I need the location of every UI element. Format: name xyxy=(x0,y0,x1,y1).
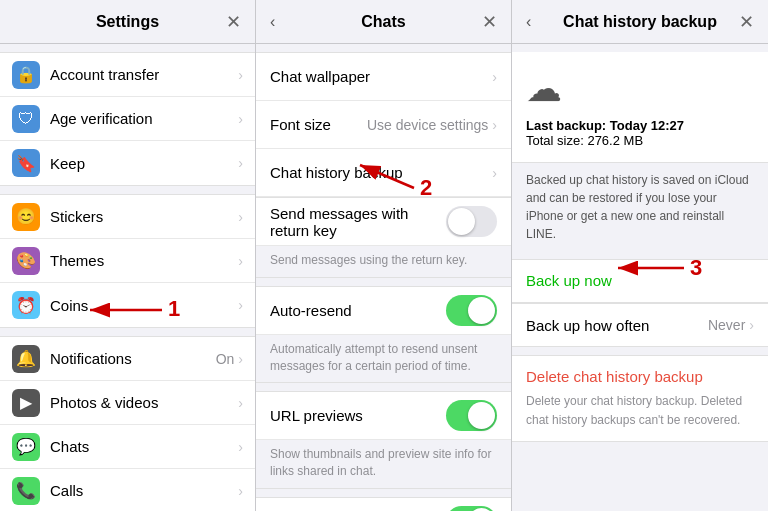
chats-title: Chats xyxy=(361,13,405,31)
send-messages-toggle-knob xyxy=(448,208,475,235)
send-messages-toggle[interactable] xyxy=(446,206,497,237)
backup-how-often-chevron: › xyxy=(749,317,754,333)
url-previews-toggle-knob xyxy=(468,402,495,429)
backup-how-often-item[interactable]: Back up how often Never › xyxy=(512,303,768,347)
chat-history-backup-label: Chat history backup xyxy=(270,164,492,181)
backup-close-button[interactable]: ✕ xyxy=(735,7,758,37)
calls-chevron: › xyxy=(238,483,243,499)
backup-back-button[interactable]: ‹ xyxy=(522,9,535,35)
url-previews-toggle[interactable] xyxy=(446,400,497,431)
chats-group-5: Sticker previews View an enlarged previe… xyxy=(256,497,511,511)
font-size-chevron: › xyxy=(492,117,497,133)
age-verification-chevron: › xyxy=(238,111,243,127)
sidebar-item-stickers[interactable]: 😊 Stickers › xyxy=(0,195,255,239)
chats-list: Chat wallpaper › Font size Use device se… xyxy=(256,44,511,511)
keep-icon: 🔖 xyxy=(12,149,40,177)
backup-content: ☁ Last backup: Today 12:27 Total size: 2… xyxy=(512,44,768,511)
send-messages-item[interactable]: Send messages with return key xyxy=(256,198,511,246)
chat-wallpaper-item[interactable]: Chat wallpaper › xyxy=(256,53,511,101)
url-previews-sublabel: Show thumbnails and preview site info fo… xyxy=(256,440,511,488)
sidebar-item-calls[interactable]: 📞 Calls › xyxy=(0,469,255,511)
auto-resend-item[interactable]: Auto-resend xyxy=(256,287,511,335)
backup-total-size: Total size: 276.2 MB xyxy=(526,133,643,148)
coins-label: Coins xyxy=(50,297,238,314)
account-transfer-chevron: › xyxy=(238,67,243,83)
chats-group-2: Send messages with return key Send messa… xyxy=(256,198,511,278)
font-size-label: Font size xyxy=(270,116,367,133)
chat-history-backup-item[interactable]: Chat history backup › xyxy=(256,149,511,197)
delete-backup-button[interactable]: Delete chat history backup xyxy=(526,368,754,385)
chat-wallpaper-label: Chat wallpaper xyxy=(270,68,492,85)
sidebar-item-coins[interactable]: ⏰ Coins › xyxy=(0,283,255,327)
notifications-icon: 🔔 xyxy=(12,345,40,373)
url-previews-item[interactable]: URL previews xyxy=(256,392,511,440)
backup-title: Chat history backup xyxy=(563,13,717,31)
backup-last-backup: Last backup: Today 12:27 xyxy=(526,118,684,133)
font-size-item[interactable]: Font size Use device settings › xyxy=(256,101,511,149)
settings-group-1: 🔒 Account transfer › 🛡 Age verification … xyxy=(0,52,255,186)
cloud-icon: ☁ xyxy=(526,68,562,110)
chats-icon: 💬 xyxy=(12,433,40,461)
stickers-chevron: › xyxy=(238,209,243,225)
calls-icon: 📞 xyxy=(12,477,40,505)
sidebar-item-photos-videos[interactable]: ▶ Photos & videos › xyxy=(0,381,255,425)
photos-videos-icon: ▶ xyxy=(12,389,40,417)
sidebar-item-account-transfer[interactable]: 🔒 Account transfer › xyxy=(0,53,255,97)
font-size-value: Use device settings xyxy=(367,117,488,133)
settings-title: Settings xyxy=(96,13,159,31)
sidebar-item-notifications[interactable]: 🔔 Notifications On › xyxy=(0,337,255,381)
backup-how-often-value: Never xyxy=(708,317,745,333)
delete-backup-desc: Delete your chat history backup. Deleted… xyxy=(526,394,742,427)
settings-list: 🔒 Account transfer › 🛡 Age verification … xyxy=(0,44,255,511)
auto-resend-toggle-knob xyxy=(468,297,495,324)
age-verification-label: Age verification xyxy=(50,110,238,127)
settings-group-2: 😊 Stickers › 🎨 Themes › ⏰ Coins › xyxy=(0,194,255,328)
photos-videos-chevron: › xyxy=(238,395,243,411)
backup-now-button[interactable]: Back up now xyxy=(526,272,612,289)
chats-group-4: URL previews Show thumbnails and preview… xyxy=(256,391,511,489)
notifications-label: Notifications xyxy=(50,350,216,367)
chats-back-button[interactable]: ‹ xyxy=(266,9,279,35)
settings-group-3: 🔔 Notifications On › ▶ Photos & videos ›… xyxy=(0,336,255,511)
settings-close-button[interactable]: ✕ xyxy=(222,7,245,37)
backup-cloud-section: ☁ Last backup: Today 12:27 Total size: 2… xyxy=(512,52,768,163)
delete-section: Delete chat history backup Delete your c… xyxy=(512,355,768,442)
settings-header: Settings ✕ xyxy=(0,0,255,44)
settings-panel: Settings ✕ 🔒 Account transfer › 🛡 Age ve… xyxy=(0,0,256,511)
sidebar-item-chats[interactable]: 💬 Chats › xyxy=(0,425,255,469)
chats-close-button[interactable]: ✕ xyxy=(478,7,501,37)
auto-resend-toggle[interactable] xyxy=(446,295,497,326)
chats-group-3: Auto-resend Automatically attempt to res… xyxy=(256,286,511,384)
keep-chevron: › xyxy=(238,155,243,171)
coins-chevron: › xyxy=(238,297,243,313)
send-messages-label: Send messages with return key xyxy=(270,205,446,239)
auto-resend-label: Auto-resend xyxy=(270,302,446,319)
chats-label: Chats xyxy=(50,438,238,455)
backup-header: ‹ Chat history backup ✕ xyxy=(512,0,768,44)
sidebar-item-age-verification[interactable]: 🛡 Age verification › xyxy=(0,97,255,141)
stickers-icon: 😊 xyxy=(12,203,40,231)
chats-panel: ‹ Chats ✕ Chat wallpaper › Font size Use… xyxy=(256,0,512,511)
keep-label: Keep xyxy=(50,155,238,172)
coins-icon: ⏰ xyxy=(12,291,40,319)
sidebar-item-themes[interactable]: 🎨 Themes › xyxy=(0,239,255,283)
sidebar-item-keep[interactable]: 🔖 Keep › xyxy=(0,141,255,185)
stickers-label: Stickers xyxy=(50,208,238,225)
auto-resend-sublabel: Automatically attempt to resend unsent m… xyxy=(256,335,511,383)
backup-how-often-label: Back up how often xyxy=(526,317,708,334)
send-messages-sublabel: Send messages using the return key. xyxy=(256,246,511,277)
chats-header: ‹ Chats ✕ xyxy=(256,0,511,44)
notifications-value: On xyxy=(216,351,235,367)
chats-chevron: › xyxy=(238,439,243,455)
themes-label: Themes xyxy=(50,252,238,269)
chat-wallpaper-chevron: › xyxy=(492,69,497,85)
backup-panel: ‹ Chat history backup ✕ ☁ Last backup: T… xyxy=(512,0,768,511)
calls-label: Calls xyxy=(50,482,238,499)
sticker-previews-item[interactable]: Sticker previews xyxy=(256,498,511,511)
chats-group-1: Chat wallpaper › Font size Use device se… xyxy=(256,52,511,198)
photos-videos-label: Photos & videos xyxy=(50,394,238,411)
sticker-previews-toggle[interactable] xyxy=(446,506,497,511)
themes-chevron: › xyxy=(238,253,243,269)
backup-now-section: Back up now xyxy=(512,259,768,303)
account-transfer-label: Account transfer xyxy=(50,66,238,83)
